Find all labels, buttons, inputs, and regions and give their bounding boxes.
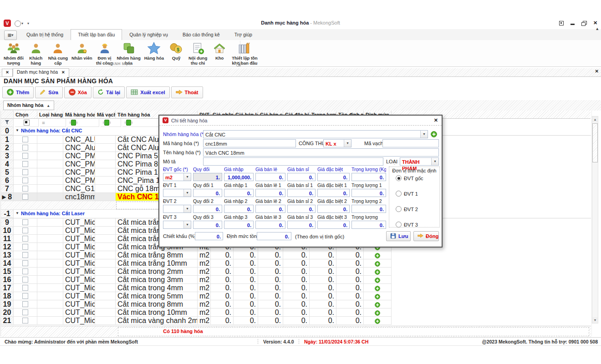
ribbon-tab-1[interactable]: Thiết lập ban đầu [71,29,122,40]
scrollbar-thumb[interactable] [592,123,598,162]
default-unit-radio-0[interactable]: ĐVT gốc [396,175,423,191]
save-button[interactable]: Lưu [386,231,411,241]
close-icon[interactable]: ✕ [592,20,598,26]
row-checkbox[interactable] [22,228,28,233]
text-filter-icon[interactable] [104,120,109,126]
row-checkbox[interactable] [22,194,28,200]
row-checkbox[interactable] [22,277,28,283]
row-checkbox[interactable] [22,236,28,242]
row-checkbox[interactable] [22,252,28,258]
price-field[interactable]: 0. [255,189,285,197]
row-checkbox[interactable] [22,169,28,175]
ribbon-tab-3[interactable]: Báo cáo thống kê [175,29,227,40]
close-dialog-button[interactable]: Đóng [413,231,439,241]
chevron-down-icon[interactable]: ▾ [183,205,191,212]
row-add-button[interactable] [375,259,380,267]
vertical-scrollbar[interactable]: ▲ ▼ [592,116,598,324]
price-field[interactable]: 0. [317,189,350,197]
chevron-down-icon[interactable]: ▾ [183,173,191,181]
default-unit-radio-2[interactable]: ĐVT 2 [396,206,423,222]
close-tabstrip-icon[interactable]: ✕ [595,69,599,74]
row-checkbox[interactable] [22,293,28,299]
price-field[interactable]: 1. [193,173,222,181]
unit-combo[interactable]: ▾ [163,205,191,213]
ribbon-tab-4[interactable]: Trợ giúp [227,29,260,40]
row-add-button[interactable] [375,276,380,283]
type-combo[interactable]: THÀNH PHẨM▾ [400,157,439,166]
col-header[interactable]: Chọn [14,111,37,119]
row-checkbox[interactable] [22,301,28,307]
stock-norm-input[interactable]: 0. [257,232,291,240]
row-add-button[interactable] [375,292,380,300]
add-group-button[interactable] [431,131,437,139]
price-field[interactable]: 0. [193,189,222,197]
unit-combo[interactable]: ▾ [163,189,191,197]
default-unit-radio-1[interactable]: ĐVT 1 [396,191,423,206]
scroll-up-icon[interactable]: ▲ [592,116,598,122]
text-filter-icon[interactable] [71,120,76,126]
toolbar-button-5[interactable]: Thoát [171,86,203,98]
col-header[interactable]: Mã hàng hóa [63,111,95,119]
formula-combo[interactable]: KL x ĐG▾ [323,139,351,147]
price-field[interactable]: 0. [287,173,316,181]
price-field[interactable]: 0. [287,221,316,229]
ribbon-item-7[interactable]: $Quỹ [166,41,187,61]
table-row[interactable]: 15CUT_Mica TO2Cắt mica trong 2mmm20.0.0.… [1,268,591,276]
name-input[interactable]: Vách CNC 18mm [203,148,439,157]
chevron-down-icon[interactable]: ▾ [183,189,191,197]
price-field[interactable]: 1,000,000. [224,173,254,181]
price-field[interactable]: 0. [351,205,386,213]
barcode-input[interactable] [382,139,439,147]
row-checkbox[interactable] [22,219,28,225]
table-row[interactable]: 19CUT_Mica TO8Cắt mica trong 8mmm20.0.0.… [1,300,591,308]
ribbon-item-3[interactable]: Nhân viên [70,41,94,61]
collapse-group-icon[interactable]: ▼ [15,128,19,132]
row-checkbox[interactable] [22,309,28,315]
row-add-button[interactable] [375,317,380,324]
row-add-button[interactable] [375,268,380,275]
row-add-button[interactable] [375,284,380,292]
row-checkbox[interactable] [22,161,28,167]
row-add-button[interactable] [375,251,380,259]
select-all-filter-icon[interactable] [24,120,30,126]
ribbon-collapse-icon[interactable]: ▴ [596,26,598,31]
row-checkbox[interactable] [22,186,28,192]
row-checkbox[interactable] [22,260,28,266]
toolbar-button-1[interactable]: Sửa [35,86,62,98]
price-field[interactable]: 0. [287,189,316,197]
row-checkbox[interactable] [22,285,28,291]
code-input[interactable]: cnc18mm [203,139,296,147]
price-field[interactable]: 0. [317,205,350,213]
group-combo[interactable]: Cắt CNC▾ [203,130,428,138]
toolbar-button-2[interactable]: Xóa [64,86,92,98]
filter-equals-icon[interactable]: = [40,119,66,127]
row-checkbox[interactable] [22,244,28,250]
price-field[interactable]: 0. [287,205,316,213]
fullscreen-icon[interactable] [558,20,564,26]
row-checkbox[interactable] [22,318,28,324]
col-header[interactable]: Mã vạch [95,111,116,119]
col-header[interactable]: Loại hàng hóa [37,111,63,119]
row-checkbox[interactable] [22,145,28,151]
collapse-group-icon[interactable]: ▼ [15,211,19,215]
desc-input[interactable] [203,157,383,166]
tab-close-icon[interactable]: ✕ [61,70,65,75]
scroll-down-icon[interactable]: ▼ [592,317,598,323]
price-field[interactable]: 0. [255,221,285,229]
table-row[interactable]: 18CUT_Mica TO5Cắt mica trong 5mmm20.0.0.… [1,292,591,300]
price-field[interactable]: 0. [193,205,222,213]
ribbon-item-9[interactable]: Kho [209,41,230,61]
row-add-button[interactable] [375,300,380,308]
price-field[interactable]: 0. [255,205,285,213]
tab-danh-muc-hang-hoa[interactable]: Danh mục hàng hóa✕ [13,68,69,77]
row-checkbox[interactable] [22,177,28,183]
price-field[interactable]: 0. [255,173,285,181]
minimize-icon[interactable] [570,20,576,26]
table-row[interactable]: 20CUT_Mica TO...Cắt mica trong 10mmm20.0… [1,308,591,317]
group-by-button[interactable]: Nhóm hàng hóa▲ [3,101,54,110]
price-field[interactable]: 0. [224,221,254,229]
price-field[interactable]: 0. [351,189,386,197]
ribbon-app-button[interactable]: ▦▾ [4,30,17,40]
price-field[interactable]: 0. [224,189,254,197]
price-field[interactable]: 0. [193,221,222,229]
